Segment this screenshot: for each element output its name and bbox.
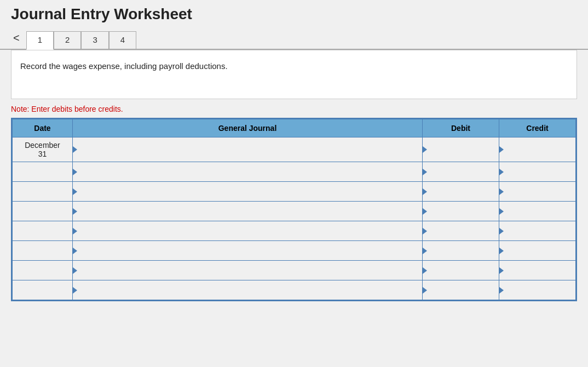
date-cell-7 [13, 261, 73, 280]
table-row [13, 261, 576, 280]
debit-input-7[interactable] [429, 261, 499, 280]
credit-cell-8[interactable] [499, 280, 576, 300]
debit-marker-1 [423, 146, 427, 153]
instruction-box: Record the wages expense, including payr… [11, 50, 577, 99]
journal-cell-2[interactable] [73, 162, 423, 182]
note-area: Note: Enter debits before credits. [0, 99, 588, 118]
row-marker-4 [73, 208, 77, 215]
nav-back-button[interactable]: < [11, 28, 26, 49]
debit-cell-1[interactable] [423, 137, 499, 162]
credit-marker-1 [499, 146, 504, 153]
table-row [13, 162, 576, 182]
page-container: Journal Entry Worksheet < 1 2 3 4 Record… [0, 0, 588, 367]
credit-marker-6 [499, 248, 504, 254]
table-row [13, 182, 576, 202]
header-credit: Credit [499, 119, 576, 137]
date-cell-1: December31 [13, 137, 73, 162]
journal-input-7[interactable] [79, 261, 422, 280]
date-cell-5 [13, 221, 73, 241]
debit-cell-2[interactable] [423, 162, 499, 182]
credit-cell-5[interactable] [499, 221, 576, 241]
journal-cell-8[interactable] [73, 280, 423, 300]
date-cell-6 [13, 241, 73, 261]
debit-input-8[interactable] [429, 280, 499, 300]
credit-cell-1[interactable] [499, 137, 576, 162]
credit-cell-6[interactable] [499, 241, 576, 261]
header-general-journal: General Journal [73, 119, 423, 137]
table-header-row: Date General Journal Debit Credit [13, 119, 576, 137]
journal-cell-7[interactable] [73, 261, 423, 280]
journal-cell-4[interactable] [73, 202, 423, 221]
journal-input-5[interactable] [79, 221, 422, 240]
credit-marker-7 [499, 267, 504, 274]
debit-input-5[interactable] [429, 221, 499, 240]
debit-marker-3 [423, 188, 427, 195]
credit-input-5[interactable] [506, 221, 575, 240]
journal-input-8[interactable] [79, 280, 422, 300]
note-text: Note: Enter debits before credits. [11, 105, 123, 113]
row-marker-6 [73, 248, 77, 254]
row-marker-7 [73, 267, 77, 274]
debit-marker-2 [423, 169, 427, 175]
credit-cell-3[interactable] [499, 182, 576, 202]
tabs-row: < 1 2 3 4 [0, 28, 588, 50]
credit-cell-7[interactable] [499, 261, 576, 280]
row-marker-3 [73, 188, 77, 195]
debit-cell-5[interactable] [423, 221, 499, 241]
table-row [13, 280, 576, 300]
tab-2[interactable]: 2 [54, 31, 81, 49]
date-cell-8 [13, 280, 73, 300]
journal-input-3[interactable] [79, 182, 422, 201]
debit-cell-7[interactable] [423, 261, 499, 280]
debit-input-6[interactable] [429, 241, 499, 260]
journal-table: Date General Journal Debit Credit Decemb… [12, 119, 576, 300]
debit-marker-5 [423, 228, 427, 234]
header-debit: Debit [423, 119, 499, 137]
journal-input-6[interactable] [79, 241, 422, 260]
credit-input-6[interactable] [506, 241, 575, 260]
credit-cell-4[interactable] [499, 202, 576, 221]
debit-input-3[interactable] [429, 182, 499, 201]
credit-input-2[interactable] [506, 162, 575, 181]
debit-cell-3[interactable] [423, 182, 499, 202]
debit-cell-6[interactable] [423, 241, 499, 261]
journal-input-2[interactable] [79, 162, 422, 181]
tab-4[interactable]: 4 [109, 31, 136, 49]
row-marker-5 [73, 228, 77, 234]
debit-marker-7 [423, 267, 427, 274]
table-row [13, 241, 576, 261]
credit-input-8[interactable] [506, 280, 575, 300]
journal-cell-3[interactable] [73, 182, 423, 202]
page-title: Journal Entry Worksheet [11, 5, 192, 22]
table-row: December31 [13, 137, 576, 162]
credit-cell-2[interactable] [499, 162, 576, 182]
credit-input-3[interactable] [506, 182, 575, 201]
table-row [13, 202, 576, 221]
journal-input-1[interactable] [79, 137, 422, 162]
debit-cell-4[interactable] [423, 202, 499, 221]
table-row [13, 221, 576, 241]
credit-marker-2 [499, 169, 504, 175]
date-cell-2 [13, 162, 73, 182]
journal-cell-5[interactable] [73, 221, 423, 241]
credit-input-1[interactable] [506, 137, 575, 162]
credit-marker-4 [499, 208, 504, 215]
tab-3[interactable]: 3 [81, 31, 108, 49]
debit-cell-8[interactable] [423, 280, 499, 300]
journal-cell-1[interactable] [73, 137, 423, 162]
credit-input-4[interactable] [506, 202, 575, 221]
credit-input-7[interactable] [506, 261, 575, 280]
row-marker-2 [73, 169, 77, 175]
credit-marker-8 [499, 287, 504, 294]
header-date: Date [13, 119, 73, 137]
journal-cell-6[interactable] [73, 241, 423, 261]
debit-input-4[interactable] [429, 202, 499, 221]
debit-input-1[interactable] [429, 137, 499, 162]
debit-marker-8 [423, 287, 427, 294]
journal-input-4[interactable] [79, 202, 422, 221]
tab-1[interactable]: 1 [26, 31, 54, 50]
credit-marker-3 [499, 188, 504, 195]
journal-table-container: Date General Journal Debit Credit Decemb… [11, 118, 577, 301]
debit-input-2[interactable] [429, 162, 499, 181]
debit-marker-4 [423, 208, 427, 215]
